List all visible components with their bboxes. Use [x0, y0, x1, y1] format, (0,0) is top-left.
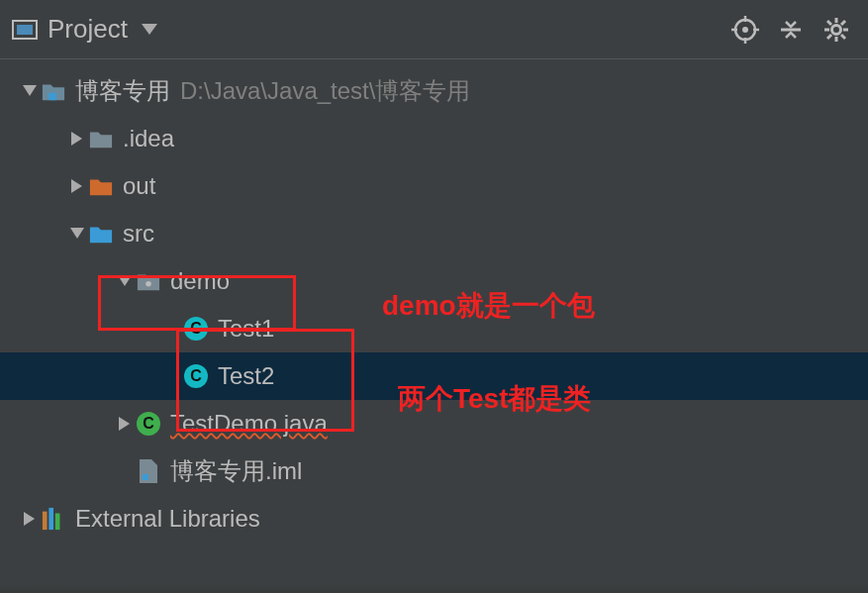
- expand-arrow-icon[interactable]: [113, 275, 137, 287]
- class-icon: C: [137, 412, 160, 436]
- svg-point-2: [742, 27, 748, 33]
- package-folder-icon: [137, 270, 160, 292]
- out-folder-label: out: [123, 172, 155, 200]
- collapse-arrow-icon[interactable]: [65, 179, 89, 193]
- svg-marker-17: [23, 85, 37, 96]
- src-folder-icon: [89, 223, 113, 245]
- svg-line-15: [841, 21, 845, 25]
- svg-line-14: [841, 35, 845, 39]
- svg-marker-0: [142, 24, 157, 35]
- svg-line-16: [827, 35, 831, 39]
- tree-row-iml[interactable]: · 博客专用.iml: [0, 447, 868, 495]
- svg-marker-24: [119, 417, 130, 431]
- demo-package-label: demo: [170, 267, 230, 295]
- settings-button[interactable]: [817, 10, 856, 49]
- tree-row-demo[interactable]: demo: [0, 257, 868, 305]
- class-icon: C: [184, 364, 208, 388]
- collapse-arrow-icon[interactable]: [113, 417, 137, 431]
- project-title[interactable]: Project: [48, 14, 128, 45]
- folder-icon: [89, 128, 113, 149]
- svg-marker-20: [71, 179, 82, 193]
- svg-marker-19: [71, 132, 82, 146]
- collapse-arrow-icon[interactable]: [65, 132, 89, 146]
- iml-file-label: 博客专用.iml: [170, 455, 302, 487]
- svg-marker-26: [24, 512, 35, 526]
- project-tree[interactable]: 博客专用 D:\Java\Java_test\博客专用 .idea out sr…: [0, 59, 868, 543]
- test1-class-label: Test1: [218, 315, 274, 343]
- collapse-arrow-icon[interactable]: [18, 512, 42, 526]
- tree-row-testdemo[interactable]: C TestDemo.java: [0, 400, 868, 447]
- tree-row-external[interactable]: External Libraries: [0, 495, 868, 543]
- module-folder-icon: [42, 80, 65, 102]
- external-libs-label: External Libraries: [75, 505, 260, 533]
- testdemo-file-label: TestDemo.java: [170, 410, 328, 438]
- test2-class-label: Test2: [218, 362, 274, 390]
- out-folder-icon: [89, 175, 113, 197]
- svg-point-23: [145, 281, 151, 287]
- tree-row-test1[interactable]: · C Test1: [0, 305, 868, 352]
- svg-rect-28: [48, 508, 53, 530]
- iml-file-icon: [137, 460, 160, 482]
- expand-arrow-icon[interactable]: [18, 85, 42, 97]
- root-name-label: 博客专用: [75, 75, 170, 107]
- svg-rect-25: [143, 474, 148, 480]
- tree-row-root[interactable]: 博客专用 D:\Java\Java_test\博客专用: [0, 67, 868, 115]
- tree-row-src[interactable]: src: [0, 210, 868, 257]
- svg-marker-22: [118, 275, 132, 286]
- dropdown-arrow-icon[interactable]: [142, 24, 157, 36]
- project-icon: [12, 20, 38, 40]
- svg-rect-27: [43, 512, 48, 530]
- locate-target-button[interactable]: [725, 10, 765, 49]
- class-icon: C: [184, 317, 208, 341]
- libraries-icon: [42, 508, 65, 530]
- svg-line-13: [827, 21, 831, 25]
- expand-arrow-icon[interactable]: [65, 228, 89, 240]
- collapse-all-button[interactable]: [771, 10, 811, 49]
- tree-row-out[interactable]: out: [0, 162, 868, 210]
- tree-row-test2[interactable]: · C Test2: [0, 352, 868, 400]
- src-folder-label: src: [123, 220, 154, 247]
- svg-marker-21: [70, 228, 84, 239]
- svg-rect-29: [55, 513, 60, 530]
- tree-row-idea[interactable]: .idea: [0, 115, 868, 162]
- idea-folder-label: .idea: [123, 125, 174, 152]
- svg-point-8: [832, 25, 841, 34]
- svg-rect-18: [48, 93, 55, 100]
- root-path-label: D:\Java\Java_test\博客专用: [180, 75, 470, 107]
- project-toolbar: Project: [0, 0, 868, 59]
